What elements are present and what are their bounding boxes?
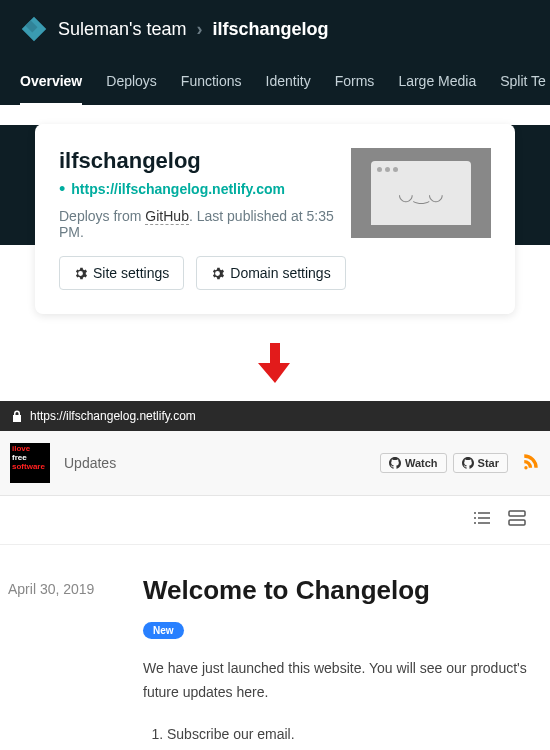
view-toolbar — [0, 496, 550, 545]
post-list: Subscribe our email. Watch on Github (If… — [143, 721, 542, 750]
post-intro: We have just launched this website. You … — [143, 657, 542, 705]
tab-split-testing[interactable]: Split Te — [500, 63, 546, 105]
netlify-header: Suleman's team › ilfschangelog Overview … — [0, 0, 550, 105]
changelog-post: April 30, 2019 Welcome to Changelog New … — [0, 545, 550, 750]
browser-address-bar: https://ilfschangelog.netlify.com — [0, 401, 550, 431]
github-star-button[interactable]: Star — [453, 453, 508, 473]
status-dot-icon: • — [59, 180, 65, 198]
netlify-logo-icon — [20, 15, 48, 43]
rss-icon[interactable] — [522, 452, 540, 475]
breadcrumb-team[interactable]: Suleman's team — [58, 19, 187, 40]
gear-icon — [74, 267, 87, 280]
browser-url[interactable]: https://ilfschangelog.netlify.com — [30, 409, 196, 423]
gear-icon — [211, 267, 224, 280]
down-arrow-icon — [258, 343, 292, 383]
breadcrumb: Suleman's team › ilfschangelog — [20, 15, 530, 63]
breadcrumb-project[interactable]: ilfschangelog — [213, 19, 329, 40]
list-item: Subscribe our email. — [167, 721, 542, 748]
list-view-icon[interactable] — [474, 510, 492, 526]
placeholder-face-icon: ◡‿◡ — [371, 183, 471, 205]
post-title: Welcome to Changelog — [143, 575, 542, 606]
site-title: ilfschangelog — [59, 148, 351, 174]
svg-point-2 — [474, 522, 476, 524]
tab-forms[interactable]: Forms — [335, 63, 375, 105]
site-url-link[interactable]: https://ilfschangelog.netlify.com — [71, 181, 285, 197]
deploy-info: Deploys from GitHub. Last published at 5… — [59, 208, 351, 240]
site-nav-header: ilove free software Updates Watch Star — [0, 431, 550, 496]
tab-overview[interactable]: Overview — [20, 63, 82, 105]
tab-deploys[interactable]: Deploys — [106, 63, 157, 105]
github-icon — [389, 457, 401, 469]
github-watch-button[interactable]: Watch — [380, 453, 447, 473]
lock-icon — [12, 410, 22, 422]
tab-identity[interactable]: Identity — [266, 63, 311, 105]
nav-updates-link[interactable]: Updates — [64, 455, 116, 471]
svg-point-1 — [474, 517, 476, 519]
post-date: April 30, 2019 — [8, 575, 143, 750]
deploy-source-link[interactable]: GitHub — [145, 208, 189, 225]
brand-logo[interactable]: ilove free software — [10, 443, 50, 483]
site-card: ilfschangelog • https://ilfschangelog.ne… — [35, 124, 515, 314]
svg-rect-4 — [509, 520, 525, 525]
domain-settings-button[interactable]: Domain settings — [196, 256, 345, 290]
tab-functions[interactable]: Functions — [181, 63, 242, 105]
post-badge-new: New — [143, 622, 184, 639]
svg-point-0 — [474, 512, 476, 514]
nav-tabs: Overview Deploys Functions Identity Form… — [20, 63, 530, 105]
github-icon — [462, 457, 474, 469]
breadcrumb-separator-icon: › — [197, 19, 203, 40]
card-view-icon[interactable] — [508, 510, 526, 526]
site-preview-thumbnail: ◡‿◡ — [351, 148, 491, 238]
tab-large-media[interactable]: Large Media — [398, 63, 476, 105]
site-settings-button[interactable]: Site settings — [59, 256, 184, 290]
svg-rect-3 — [509, 511, 525, 516]
